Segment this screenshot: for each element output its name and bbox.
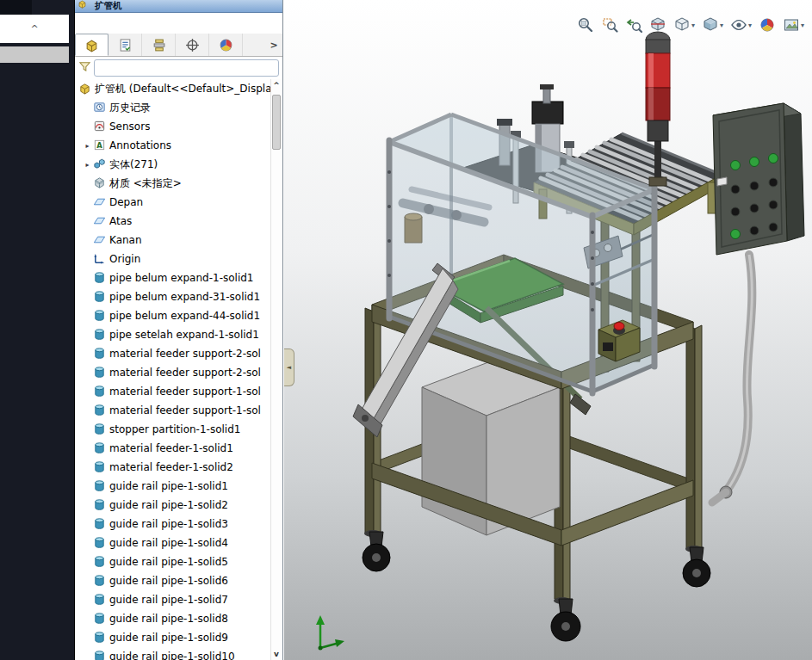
expand-arrow-icon[interactable]: ▸ <box>82 142 93 150</box>
tree-item-label: guide rail pipe-1-solid6 <box>109 575 228 587</box>
solid-icon <box>93 366 107 379</box>
tree-item[interactable]: Atas <box>75 212 270 231</box>
dock-item[interactable] <box>0 46 69 63</box>
tree-item-label: guide rail pipe-1-solid9 <box>109 632 228 644</box>
document-title-bar[interactable]: 扩管机 <box>75 0 282 13</box>
displaymanager-tab[interactable] <box>209 34 243 56</box>
tab-overflow-button[interactable]: > <box>265 34 282 56</box>
tree-item-label: guide rail pipe-1-solid2 <box>109 499 228 511</box>
scroll-up-arrow-icon[interactable]: ^ <box>271 79 282 91</box>
dimxpertmanager-tab[interactable] <box>176 34 209 56</box>
edit-appearance-button[interactable] <box>756 14 778 36</box>
solid-icon <box>93 612 107 626</box>
dock-collapse-chevron[interactable]: ^ <box>0 15 69 43</box>
feature-tree: 扩管机 (Default<<Default>_Displa历史记录Sensors… <box>75 79 270 660</box>
solid-icon <box>93 479 107 493</box>
propertymanager-tab[interactable] <box>108 34 142 56</box>
caster-wheels[interactable] <box>363 530 710 641</box>
tree-item[interactable]: Kanan <box>75 231 270 250</box>
origin-icon <box>93 252 107 266</box>
feature-manager-panel: 扩管机 > 扩管机 (Default<<Default>_Displa历史记录S… <box>75 0 283 660</box>
tree-item[interactable]: guide rail pipe-1-solid6 <box>75 571 270 590</box>
tree-item-label: Annotations <box>109 139 171 151</box>
tree-item[interactable]: guide rail pipe-1-solid4 <box>75 534 270 552</box>
scroll-down-arrow-icon[interactable]: v <box>271 648 282 660</box>
heads-up-view-toolbar: ▾▾▾▾ <box>574 14 807 36</box>
plane-icon <box>93 233 107 247</box>
tree-item[interactable]: guide rail pipe-1-solid7 <box>75 590 270 609</box>
tree-item[interactable]: guide rail pipe-1-solid1 <box>75 477 270 496</box>
conduit-pipe[interactable] <box>712 255 752 503</box>
configurationmanager-tab[interactable] <box>142 34 176 56</box>
expand-arrow-icon[interactable]: ▸ <box>82 161 93 169</box>
zoom-fit-button[interactable] <box>574 14 597 36</box>
filter-input[interactable] <box>94 59 279 77</box>
display-style-button[interactable]: ▾ <box>699 14 726 36</box>
solid-icon <box>93 460 107 474</box>
tree-item[interactable]: material feeder-1-solid1 <box>75 439 270 458</box>
tree-item[interactable]: material feeder support-1-sol <box>75 382 270 401</box>
scroll-thumb[interactable] <box>272 95 281 150</box>
filter-funnel-icon[interactable] <box>78 60 91 76</box>
tree-item-label: guide rail pipe-1-solid1 <box>109 480 228 492</box>
sensors-icon <box>93 120 107 133</box>
tree-item[interactable]: guide rail pipe-1-solid8 <box>75 609 270 628</box>
tree-item-label: material feeder support-1-sol <box>109 386 261 398</box>
tree-item[interactable]: 历史记录 <box>75 98 270 117</box>
tree-item-label: 扩管机 (Default<<Default>_Displa <box>95 82 270 96</box>
tree-item[interactable]: material feeder support-1-sol <box>75 401 270 420</box>
tree-scrollbar[interactable]: ^ v <box>270 79 282 660</box>
tree-item[interactable]: ▸实体(271) <box>75 155 270 174</box>
tree-item[interactable]: Depan <box>75 193 270 212</box>
tree-item[interactable]: Sensors <box>75 117 270 136</box>
tree-item[interactable]: stopper partition-1-solid1 <box>75 420 270 439</box>
tree-item[interactable]: pipe belum expand-44-solid1 <box>75 306 270 325</box>
solid-icon <box>93 423 107 436</box>
tree-item[interactable]: pipe belum expand-31-solid1 <box>75 287 270 306</box>
solid-icon <box>93 404 107 417</box>
tree-item[interactable]: guide rail pipe-1-solid9 <box>75 628 270 647</box>
tree-item[interactable]: guide rail pipe-1-solid2 <box>75 496 270 515</box>
tree-item[interactable]: 扩管机 (Default<<Default>_Displa <box>75 79 270 98</box>
tree-item-label: material feeder support-2-sol <box>109 348 261 360</box>
graphics-area[interactable]: ▾▾▾▾ <box>284 0 812 660</box>
tree-item[interactable]: 材质 <未指定> <box>75 174 270 193</box>
tree-item[interactable]: material feeder-1-solid2 <box>75 458 270 477</box>
tree-item-label: 历史记录 <box>109 101 151 115</box>
history-icon <box>93 101 107 114</box>
previous-view-button[interactable] <box>623 14 645 36</box>
annotations-icon: A <box>93 139 107 152</box>
view-orientation-button[interactable]: ▾ <box>671 14 697 36</box>
hide-show-button[interactable]: ▾ <box>728 14 754 36</box>
solid-icon <box>93 328 107 342</box>
panel-collapse-tab[interactable]: ◄ <box>284 349 294 386</box>
control-panel-box[interactable] <box>713 103 804 255</box>
section-view-button[interactable] <box>647 14 669 36</box>
chevron-down-icon[interactable]: ▾ <box>748 22 752 29</box>
tree-item[interactable]: material feeder support-2-sol <box>75 344 270 363</box>
chevron-up-icon: ^ <box>30 23 38 34</box>
apply-scene-button[interactable]: ▾ <box>780 14 807 36</box>
tree-item[interactable]: guide rail pipe-1-solid3 <box>75 515 270 534</box>
solid-icon <box>93 271 107 285</box>
featuremanager-tab[interactable] <box>75 34 108 56</box>
tree-item-label: guide rail pipe-1-solid4 <box>109 537 228 549</box>
chevron-down-icon[interactable]: ▾ <box>691 22 695 29</box>
chevron-down-icon[interactable]: ▾ <box>801 22 804 29</box>
tree-item[interactable]: guide rail pipe-1-solid5 <box>75 552 270 571</box>
solid-icon <box>93 517 107 531</box>
tree-item[interactable]: guide rail pipe-1-solid10 <box>75 647 270 660</box>
chevron-down-icon[interactable]: ▾ <box>720 22 723 29</box>
zoom-area-button[interactable] <box>598 14 621 36</box>
tree-item[interactable]: pipe belum expand-1-solid1 <box>75 268 270 287</box>
tree-item-label: material feeder-1-solid2 <box>109 461 233 473</box>
tree-item[interactable]: Origin <box>75 250 270 268</box>
machine-3d-model[interactable] <box>284 0 812 660</box>
part-icon <box>78 82 92 96</box>
shelf-right-beam[interactable] <box>561 480 693 546</box>
tree-item[interactable]: ▸AAnnotations <box>75 136 270 155</box>
collapse-arrow-icon: ◄ <box>287 364 291 371</box>
tree-item[interactable]: material feeder support-2-sol <box>75 363 270 382</box>
tree-item[interactable]: pipe setelah expand-1-solid1 <box>75 325 270 344</box>
tree-item-label: guide rail pipe-1-solid10 <box>109 651 235 660</box>
